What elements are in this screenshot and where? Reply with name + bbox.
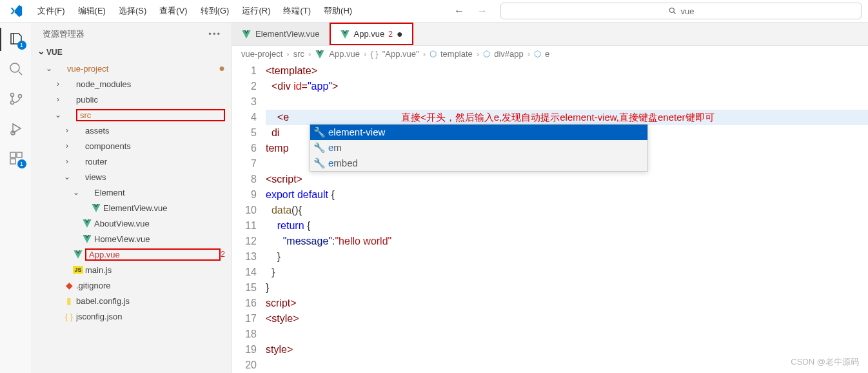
menu-help[interactable]: 帮助(H) [319, 3, 357, 19]
editor-area: ElementView.vueApp.vue2● vue-project›src… [232, 23, 868, 373]
editor-tabs: ElementView.vueApp.vue2● [232, 23, 868, 46]
activity-extensions[interactable]: 1 [7, 149, 25, 167]
svg-point-2 [10, 63, 19, 72]
breadcrumb-item[interactable]: e [545, 49, 549, 59]
code-lines[interactable]: <template>直接<开头，然后输入e,发现自动提示element-view… [266, 62, 868, 373]
svg-point-4 [10, 94, 14, 97]
menu-view[interactable]: 查看(V) [154, 3, 192, 19]
svg-rect-10 [17, 152, 22, 157]
svg-point-6 [18, 95, 21, 98]
tree-item[interactable]: ElementView.vue [32, 200, 232, 216]
breadcrumb-item[interactable]: App.vue [329, 49, 360, 59]
project-title[interactable]: VUE [32, 45, 232, 59]
sidebar-more-icon[interactable]: ••• [208, 29, 221, 39]
menu-go[interactable]: 转到(G) [195, 3, 235, 19]
nav-arrows: ← → [441, 5, 500, 17]
debug-icon [8, 121, 24, 136]
titlebar: 文件(F) 编辑(E) 选择(S) 查看(V) 转到(G) 运行(R) 终端(T… [0, 0, 868, 23]
menu-terminal[interactable]: 终端(T) [278, 3, 316, 19]
breadcrumb-item[interactable]: div#app [494, 49, 524, 59]
tree-item[interactable]: AboutView.vue [32, 216, 232, 231]
activity-scm[interactable] [7, 90, 25, 108]
suggest-item[interactable]: 🔧em [310, 140, 647, 156]
svg-rect-9 [10, 152, 15, 157]
watermark: CSDN @老牛源码 [791, 356, 859, 368]
svg-point-5 [10, 101, 14, 105]
tree-item[interactable]: ⌄vue-project● [32, 61, 232, 76]
tree-item[interactable]: App.vue2 [32, 247, 232, 262]
menu-edit[interactable]: 编辑(E) [73, 3, 111, 19]
code-editor[interactable]: 1234567891011121314151617181920 <templat… [232, 62, 868, 373]
sidebar-title: 资源管理器 [43, 28, 84, 40]
tree-item[interactable]: ⌄src [32, 107, 232, 123]
search-icon [668, 6, 677, 15]
suggest-item[interactable]: 🔧element-view [310, 125, 647, 140]
breadcrumb-item[interactable]: template [440, 49, 473, 59]
breadcrumbs[interactable]: vue-project›src›App.vue›{ }"App.vue"›⬡te… [232, 46, 868, 62]
tree-item[interactable]: ›components [32, 138, 232, 154]
breadcrumb-item[interactable]: vue-project [241, 49, 282, 59]
menu-file[interactable]: 文件(F) [32, 3, 70, 19]
tree-item[interactable]: ⌄Element [32, 185, 232, 200]
nav-forward-icon[interactable]: → [477, 5, 488, 17]
svg-line-1 [673, 12, 675, 14]
tree-item[interactable]: ⌄views [32, 169, 232, 185]
svg-rect-11 [10, 159, 15, 164]
tree-item[interactable]: ›node_modules [32, 76, 232, 92]
suggest-item[interactable]: 🔧embed [310, 156, 647, 171]
activity-search[interactable] [7, 60, 25, 78]
vscode-logo [0, 4, 32, 18]
extensions-badge: 1 [17, 159, 26, 168]
sidebar: 资源管理器 ••• VUE ⌄vue-project●›node_modules… [32, 23, 232, 373]
menu-bar: 文件(F) 编辑(E) 选择(S) 查看(V) 转到(G) 运行(R) 终端(T… [32, 3, 357, 19]
tree-item[interactable]: ›router [32, 154, 232, 169]
tree-item[interactable]: ›assets [32, 123, 232, 138]
tree-item[interactable]: ›public [32, 92, 232, 107]
editor-tab[interactable]: ElementView.vue [232, 23, 330, 45]
svg-point-0 [669, 8, 674, 12]
branch-icon [8, 91, 24, 106]
activity-explorer[interactable]: 1 [7, 30, 25, 48]
tree-item[interactable]: ◆.gitignore [32, 277, 232, 293]
annotation-text: 直接<开头，然后输入e,发现自动提示element-view,直接键盘enete… [401, 110, 715, 125]
explorer-badge: 1 [17, 41, 26, 50]
svg-line-3 [19, 72, 22, 75]
breadcrumb-item[interactable]: "App.vue" [382, 49, 419, 59]
editor-tab[interactable]: App.vue2● [330, 23, 413, 45]
breadcrumb-item[interactable]: src [293, 49, 304, 59]
nav-back-icon[interactable]: ← [454, 5, 464, 17]
activity-debug[interactable] [7, 119, 25, 137]
menu-run[interactable]: 运行(R) [237, 3, 275, 19]
command-center[interactable]: vue [500, 3, 862, 19]
search-text: vue [681, 6, 695, 16]
tree-item[interactable]: JSmain.js [32, 262, 232, 277]
sidebar-header: 资源管理器 ••• [32, 23, 232, 45]
tree-item[interactable]: { }jsconfig.json [32, 308, 232, 324]
line-gutter: 1234567891011121314151617181920 [232, 62, 266, 373]
menu-select[interactable]: 选择(S) [113, 3, 152, 19]
intellisense-popup[interactable]: 🔧element-view🔧em🔧embed [310, 124, 648, 172]
activity-bar: 1 1 [0, 23, 32, 373]
tree-item[interactable]: HomeView.vue [32, 231, 232, 247]
tree-item[interactable]: ▮babel.config.js [32, 293, 232, 308]
search-icon [8, 61, 24, 77]
file-tree: ⌄vue-project●›node_modules›public⌄src›as… [32, 59, 232, 324]
